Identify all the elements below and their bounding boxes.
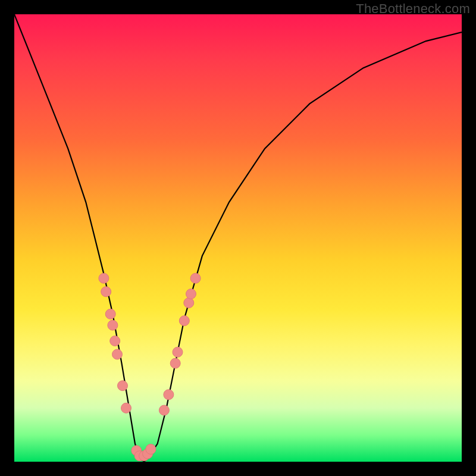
curve-markers — [99, 273, 201, 461]
data-marker — [164, 390, 174, 400]
data-marker — [146, 444, 156, 454]
data-marker — [179, 316, 189, 326]
data-marker — [190, 273, 201, 283]
data-marker — [118, 381, 128, 391]
curve-line — [14, 14, 462, 462]
data-marker — [101, 287, 111, 297]
data-marker — [170, 358, 180, 368]
data-marker — [184, 298, 194, 308]
data-marker — [121, 403, 131, 413]
data-marker — [186, 289, 196, 299]
plot-area — [14, 14, 462, 462]
chart-frame: TheBottleneck.com — [0, 0, 476, 476]
data-marker — [105, 309, 115, 319]
data-marker — [110, 336, 120, 346]
data-marker — [108, 320, 118, 330]
data-marker — [99, 273, 109, 283]
bottleneck-chart — [14, 14, 462, 462]
data-marker — [112, 349, 123, 359]
data-marker — [159, 405, 169, 415]
data-marker — [173, 347, 183, 357]
curve-path — [14, 14, 462, 462]
watermark-text: TheBottleneck.com — [356, 1, 470, 17]
